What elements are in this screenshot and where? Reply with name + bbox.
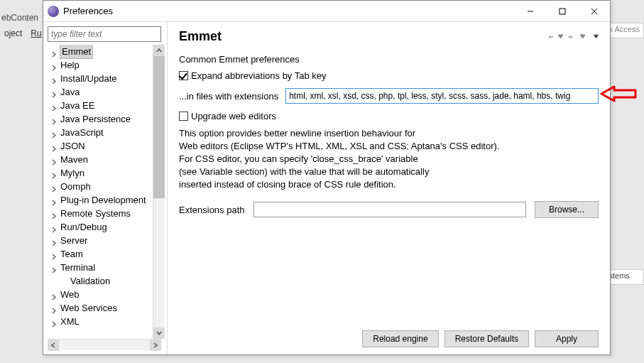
chevron-right-icon[interactable] [50,237,59,245]
chevron-right-icon[interactable] [50,318,59,326]
upgrade-label: Upgrade web editors [191,111,276,121]
nav-arrows [545,33,599,41]
scroll-up-button[interactable] [153,45,165,56]
maximize-button[interactable] [546,1,578,21]
tree-item-web[interactable]: Web [48,288,153,301]
tree-item-label: Web [60,288,80,301]
tree-vscrollbar[interactable] [153,45,164,339]
tree-item-javascript[interactable]: JavaScript [48,126,153,139]
filter-input[interactable] [48,26,161,42]
scroll-left-button[interactable] [48,340,59,351]
extensions-input[interactable] [285,88,599,104]
scroll-thumb[interactable] [153,56,165,198]
nav-back-button[interactable] [545,33,554,41]
tree-item-label: Install/Update [60,72,117,85]
tree-item-label: Terminal [60,261,95,274]
chevron-right-icon[interactable] [50,129,59,137]
expand-tab-checkbox[interactable] [179,71,188,80]
minimize-button[interactable] [514,1,546,21]
chevron-right-icon[interactable] [50,210,59,218]
chevron-right-icon[interactable] [50,61,59,70]
expand-tab-row[interactable]: Expand abbreviations by Tab key [179,70,599,81]
tree-item-label: Plug-in Development [60,193,146,207]
sidebar: EmmetHelpInstall/UpdateJavaJava EEJava P… [43,22,168,354]
view-menu[interactable] [594,34,599,39]
chevron-right-icon[interactable] [50,264,59,272]
chevron-right-icon[interactable] [50,142,59,151]
svg-rect-1 [560,9,565,14]
upgrade-row[interactable]: Upgrade web editors [179,111,599,121]
tree-item-label: Java [60,85,80,99]
tree-item-maven[interactable]: Maven [48,153,153,166]
tree-item-label: Maven [60,153,88,166]
tree-item-mylyn[interactable]: Mylyn [48,166,153,180]
tree-item-label: Remote Systems [60,207,131,220]
tree-item-json[interactable]: JSON [48,139,153,153]
tree-item-validation[interactable]: Validation [48,274,153,288]
tree-item-label: Validation [70,274,110,288]
restore-defaults-button[interactable]: Restore Defaults [444,330,529,347]
preference-tree[interactable]: EmmetHelpInstall/UpdateJavaJava EEJava P… [48,45,153,339]
chevron-right-icon[interactable] [50,291,59,299]
upgrade-checkbox[interactable] [179,112,188,121]
tree-item-server[interactable]: Server [48,234,153,247]
scroll-down-button[interactable] [153,327,165,339]
expand-tab-label: Expand abbreviations by Tab key [191,70,327,81]
tree-item-label: JSON [60,139,85,153]
extensions-label: ...in files with extensions [179,91,278,102]
svg-marker-6 [594,35,599,38]
tree-item-plug-in-development[interactable]: Plug-in Development [48,193,153,207]
close-button[interactable] [578,1,610,21]
tree-hscrollbar[interactable] [48,339,161,350]
chevron-right-icon[interactable] [50,196,59,205]
chevron-right-icon[interactable] [60,277,69,286]
tree-item-label: Java EE [60,99,94,112]
chevron-right-icon[interactable] [50,115,59,124]
ext-path-label: Extensions path [179,205,245,215]
bg-menu-fragments: ebConten ojectRu [0,13,46,41]
tree-item-java[interactable]: Java [48,85,153,99]
chevron-right-icon[interactable] [50,102,59,110]
chevron-right-icon[interactable] [50,223,59,232]
tree-item-oomph[interactable]: Oomph [48,180,153,193]
annotation-arrow [600,84,638,106]
tree-item-label: Emmet [60,45,92,58]
chevron-right-icon[interactable] [50,183,59,191]
tree-item-help[interactable]: Help [48,58,153,72]
chevron-right-icon[interactable] [50,169,59,178]
eclipse-icon [48,6,59,17]
nav-forward-menu[interactable] [580,34,585,39]
common-label: Common Emmet preferences [179,54,599,65]
nav-back-menu[interactable] [558,34,563,39]
tree-item-remote-systems[interactable]: Remote Systems [48,207,153,220]
chevron-right-icon[interactable] [50,48,59,56]
chevron-right-icon[interactable] [50,250,59,259]
tree-item-label: Mylyn [60,166,84,180]
tree-item-terminal[interactable]: Terminal [48,261,153,274]
chevron-right-icon[interactable] [50,75,59,83]
svg-marker-4 [558,35,563,38]
reload-engine-button[interactable]: Reload engine [362,330,438,347]
tree-item-team[interactable]: Team [48,247,153,261]
tree-item-java-ee[interactable]: Java EE [48,99,153,112]
main-panel: Emmet Common Emmet preferences Expand ab… [168,22,610,354]
tree-item-label: Oomph [60,180,91,193]
tree-item-install-update[interactable]: Install/Update [48,72,153,85]
window-title: Preferences [63,6,514,16]
nav-forward-button[interactable] [567,33,576,41]
tree-item-web-services[interactable]: Web Services [48,301,153,315]
tree-item-run-debug[interactable]: Run/Debug [48,220,153,234]
chevron-right-icon[interactable] [50,156,59,164]
tree-item-emmet[interactable]: Emmet [48,45,153,58]
tree-item-label: XML [60,315,80,328]
browse-button[interactable]: Browse... [535,201,599,218]
tree-item-label: Server [60,234,87,247]
chevron-right-icon[interactable] [50,304,59,313]
chevron-right-icon[interactable] [50,88,59,97]
apply-button[interactable]: Apply [535,330,599,347]
ext-path-input[interactable] [253,202,526,217]
tree-item-label: JavaScript [60,126,104,139]
tree-item-java-persistence[interactable]: Java Persistence [48,112,153,126]
tree-item-xml[interactable]: XML [48,315,153,328]
scroll-right-button[interactable] [150,340,161,351]
